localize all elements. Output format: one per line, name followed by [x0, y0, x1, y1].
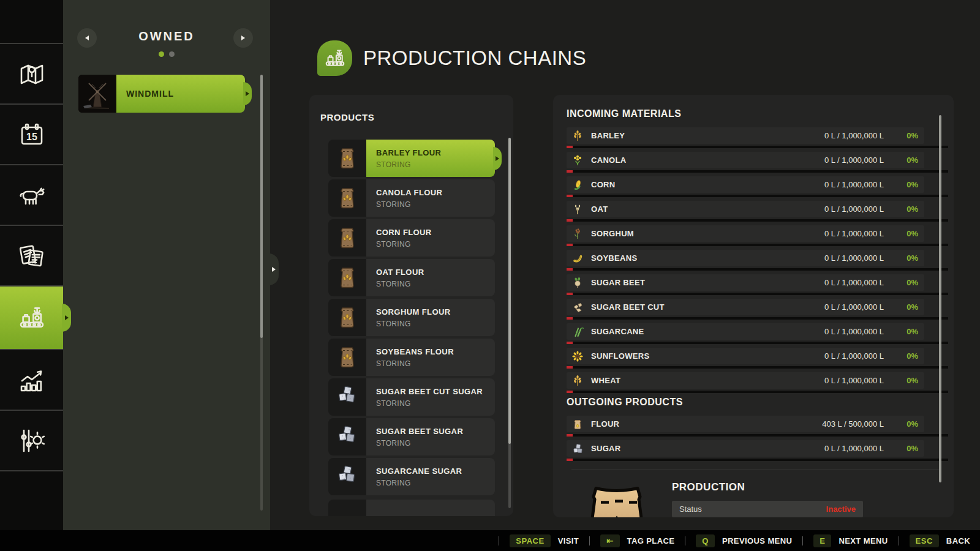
- product-icon-box: [328, 378, 366, 416]
- barley-icon: [571, 130, 584, 142]
- sidebar-tab[interactable]: [0, 164, 63, 225]
- product-item[interactable]: SORGHUM FLOUR STORING: [328, 299, 495, 336]
- products-panel: PRODUCTS BARLEY FLOUR STORING: [309, 95, 513, 516]
- owned-scrollbar[interactable]: [260, 75, 263, 511]
- fill-level-bar: [567, 391, 948, 393]
- page-dot: [169, 51, 175, 57]
- sidebar-tab[interactable]: [0, 349, 63, 410]
- selected-product-arrow: [493, 147, 502, 170]
- settings-icon: [17, 426, 47, 455]
- owned-item-windmill[interactable]: WINDMILL: [78, 75, 245, 113]
- incoming-materials-heading: INCOMING MATERIALS: [567, 108, 940, 119]
- flour-bag-image: [582, 482, 651, 517]
- product-item[interactable]: SUGARCANE SUGAR STORING: [328, 458, 495, 495]
- product-item[interactable]: CORN FLOUR STORING: [328, 219, 495, 257]
- hotkey-badge: ⇤: [600, 534, 619, 547]
- fill-level-bar: [567, 219, 948, 222]
- fill-level-bar: [567, 170, 948, 173]
- product-item-partial-wrap: [328, 500, 495, 516]
- sugar-icon: [571, 443, 584, 455]
- production-chains-icon: [17, 303, 47, 332]
- windmill-photo-icon: [78, 75, 116, 113]
- production-heading: PRODUCTION: [672, 481, 863, 493]
- materials-scrollbar[interactable]: [939, 115, 941, 507]
- hotbar-hint[interactable]: E NEXT MENU: [792, 534, 888, 547]
- product-icon-box: [328, 179, 366, 217]
- product-item[interactable]: CANOLA FLOUR STORING: [328, 179, 495, 217]
- product-item-body: OAT FLOUR STORING: [366, 259, 495, 296]
- fill-level-bar: [567, 342, 948, 344]
- fill-level-bar: [567, 268, 948, 271]
- owned-item-arrow: [243, 82, 252, 105]
- sugar-beet-cut-icon: [571, 301, 584, 313]
- product-item-body: CANOLA FLOUR STORING: [366, 179, 495, 217]
- owned-panel: OWNED WINDMILL: [63, 0, 270, 530]
- soybeans-icon: [571, 252, 584, 264]
- incoming-material-row: BARLEY 0 L / 1,000,000 L 0%: [567, 127, 940, 148]
- incoming-material-row: SUGAR BEET 0 L / 1,000,000 L 0%: [567, 274, 940, 295]
- map-icon: [17, 59, 47, 89]
- owned-panel-expander[interactable]: [269, 253, 279, 285]
- flour-bag-icon: [334, 304, 361, 331]
- incoming-material-row: SUGARCANE 0 L / 1,000,000 L 0%: [567, 323, 940, 344]
- outgoing-products-heading: OUTGOING PRODUCTS: [567, 397, 940, 408]
- products-heading: PRODUCTS: [320, 112, 374, 122]
- flour-bag-icon: [334, 344, 361, 371]
- product-item-body: [366, 500, 495, 516]
- production-summary: PRODUCTION Status Inactive Cycles per mo…: [567, 478, 940, 517]
- hotkey-badge: SPACE: [510, 534, 550, 547]
- page-dots: [63, 51, 270, 57]
- product-item[interactable]: BARLEY FLOUR STORING: [328, 140, 495, 177]
- product-item-body: BARLEY FLOUR STORING: [366, 140, 495, 177]
- product-item-body: CORN FLOUR STORING: [366, 219, 495, 257]
- fill-level-bar: [567, 434, 948, 437]
- page-title: PRODUCTION CHAINS: [363, 47, 586, 70]
- page-dot: [159, 51, 164, 57]
- flour-bag-icon: [334, 145, 361, 172]
- fill-level-bar: [567, 146, 948, 148]
- incoming-material-row: CANOLA 0 L / 1,000,000 L 0%: [567, 152, 940, 173]
- product-item[interactable]: SUGAR BEET CUT SUGAR STORING: [328, 378, 495, 416]
- product-icon-box: [328, 140, 366, 177]
- sidebar-tab[interactable]: [0, 225, 63, 285]
- sorghum-icon: [571, 228, 584, 240]
- sidebar: 15: [0, 0, 63, 530]
- product-item-body: SUGARCANE SUGAR STORING: [366, 458, 495, 495]
- fill-level-bar: [567, 293, 948, 295]
- contracts-icon: [17, 241, 47, 271]
- product-icon-box: [328, 299, 366, 336]
- sidebar-tab[interactable]: [0, 410, 63, 470]
- product-item[interactable]: OAT FLOUR STORING: [328, 259, 495, 296]
- hotkey-badge: Q: [696, 534, 715, 547]
- wheat-icon: [571, 375, 584, 387]
- sugar-beet-icon: [571, 277, 584, 289]
- incoming-material-row: SUNFLOWERS 0 L / 1,000,000 L 0%: [567, 348, 940, 369]
- sidebar-tab[interactable]: [0, 43, 63, 103]
- product-icon-box: [328, 418, 366, 455]
- oat-icon: [571, 203, 584, 216]
- incoming-material-row: OAT 0 L / 1,000,000 L 0%: [567, 201, 940, 222]
- fill-level-bar: [567, 366, 948, 369]
- statistics-icon: [17, 365, 47, 395]
- sunflower-icon: [571, 350, 584, 362]
- hotbar-hint[interactable]: ESC BACK: [888, 534, 970, 547]
- hotbar-hint[interactable]: Q PREVIOUS MENU: [674, 534, 792, 547]
- flour-icon: [571, 418, 584, 430]
- product-icon-box: [328, 500, 366, 516]
- sidebar-tab[interactable]: 15: [0, 103, 63, 164]
- product-item[interactable]: SOYBEANS FLOUR STORING: [328, 339, 495, 376]
- products-scrollbar[interactable]: [508, 138, 511, 508]
- product-item-body: SUGAR BEET SUGAR STORING: [366, 418, 495, 455]
- hotbar-hint[interactable]: SPACE VISIT: [488, 534, 579, 547]
- product-item-partial[interactable]: [328, 500, 495, 516]
- sugar-cubes-icon: [334, 463, 361, 490]
- product-item-body: SOYBEANS FLOUR STORING: [366, 339, 495, 376]
- calendar-icon: 15: [17, 120, 47, 149]
- hotbar-hint[interactable]: ⇤ TAG PLACE: [579, 534, 674, 547]
- owned-next-button[interactable]: [233, 28, 253, 48]
- product-item[interactable]: SUGAR BEET SUGAR STORING: [328, 418, 495, 455]
- sidebar-tab[interactable]: [0, 285, 63, 349]
- sugar-cubes-icon: [334, 424, 361, 451]
- incoming-material-row: SORGHUM 0 L / 1,000,000 L 0%: [567, 225, 940, 246]
- flour-bag-icon: [334, 185, 361, 212]
